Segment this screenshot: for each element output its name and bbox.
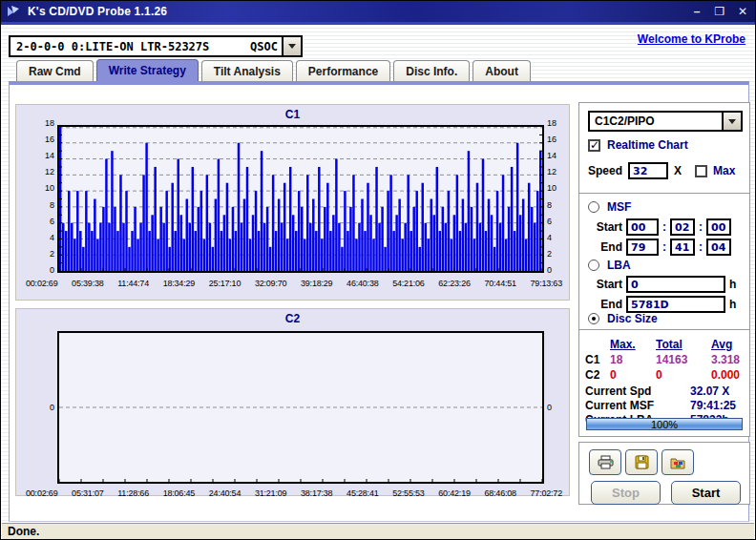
c1-row-label: C1 [585,353,610,366]
c2-total-value: 0 [656,368,711,382]
c1-xaxis-labels: 00:02:6905:39:3811:44:7418:34:2925:17:10… [26,279,562,288]
speed-input[interactable] [628,162,668,179]
y-tick-label: 16 [45,135,54,144]
stop-button[interactable]: Stop [591,481,661,505]
speed-row: Speed X Max [588,162,735,179]
close-button[interactable]: ✕ [736,5,749,18]
x-tick-label: 11:28:66 [117,488,149,498]
x-tick-label: 18:06:45 [163,488,195,498]
x-tick-label: 31:21:09 [255,488,286,498]
current-msf-value: 79:41:25 [677,399,746,412]
y-tick-label: 8 [50,201,54,210]
current-msf-label: Current MSF [585,399,677,412]
stats-header-row: Max. Total Avg [585,338,746,351]
tab-performance[interactable]: Performance [296,60,390,81]
max-speed-checkbox[interactable] [695,165,707,177]
x-tick-label: 38:17:38 [301,488,332,498]
tab-disc-info[interactable]: Disc Info. [393,60,470,81]
y-tick-label: 6 [50,218,54,226]
c2-row-label: C2 [585,368,610,382]
tab-raw-cmd[interactable]: Raw Cmd [16,60,94,81]
current-speed-label: Current Spd [585,384,677,398]
msf-start-row: Start : : [588,218,731,236]
realtime-chart-checkbox[interactable] [588,139,600,152]
y-tick-label: 8 [547,201,552,210]
chevron-down-icon [728,119,736,124]
c1-chart-title: C1 [16,105,569,121]
print-button[interactable] [589,449,621,475]
export-image-button[interactable] [662,449,694,475]
y-tick-label: 14 [547,152,556,160]
msf-radio-row: MSF [588,200,631,214]
x-tick-label: 18:34:29 [163,279,195,288]
y-tick-label: 18 [547,119,556,128]
stats-section: Max. Total Avg C1 18 14163 3.318 C2 0 0 … [579,329,749,435]
x-tick-label: 60:42:19 [438,488,470,498]
app-icon [7,5,21,19]
stats-row-c1: C1 18 14163 3.318 [585,353,746,366]
tab-bar: Raw Cmd Write Strategy Tilt Analysis Per… [16,60,531,81]
c1-avg-value: 3.318 [711,353,746,366]
maximize-button[interactable]: ❒ [713,5,726,18]
mode-select-value: C1C2/PIPO [590,114,655,128]
msf-end-min-input[interactable] [626,239,659,256]
drive-select-value: 2-0-0-0 0:LITE-ON LTR-52327S [10,40,209,53]
realtime-chart-label: Realtime Chart [607,138,688,152]
speed-label: Speed [588,164,622,177]
disc-size-radio[interactable] [588,313,599,324]
y-tick-label: 2 [50,250,54,259]
x-tick-label: 05:31:07 [72,488,103,498]
tab-about[interactable]: About [472,60,531,81]
control-panel: C1C2/PIPO Realtime Chart Speed X Max [578,102,750,437]
y-tick-label: 0 [547,404,552,412]
mode-select-arrow[interactable] [722,113,741,130]
c1-chart-panel: C1 181614121086420 181614121086420 00:02… [15,104,570,301]
c2-yaxis-left: 0 [32,331,54,484]
x-tick-label: 54:21:06 [392,279,424,288]
x-tick-label: 39:18:29 [301,279,332,288]
lba-start-input[interactable] [626,276,725,293]
msf-start-sec-input[interactable] [670,218,695,236]
lba-end-input[interactable] [626,296,725,313]
save-button[interactable] [625,449,658,475]
x-tick-label: 00:02:69 [26,488,57,498]
start-button[interactable]: Start [671,481,741,505]
realtime-chart-checkbox-row: Realtime Chart [588,138,688,152]
tab-write-strategy[interactable]: Write Strategy [96,59,199,81]
msf-end-frame-input[interactable] [706,239,731,256]
msf-start-frame-input[interactable] [706,218,731,236]
msf-end-sec-input[interactable] [670,239,695,256]
minimize-button[interactable]: – [690,5,704,18]
drive-select-arrow[interactable] [282,37,301,55]
x-tick-label: 00:02:69 [26,279,57,288]
welcome-link[interactable]: Welcome to KProbe [638,32,746,46]
mode-select[interactable]: C1C2/PIPO [588,111,743,132]
c2-chart-title: C2 [16,309,569,325]
lba-end-label: End [588,298,622,311]
lba-label: LBA [607,259,631,272]
tab-tilt-analysis[interactable]: Tilt Analysis [201,60,293,81]
lba-end-row: End h [588,296,736,313]
drive-select[interactable]: 2-0-0-0 0:LITE-ON LTR-52327S QSOC [9,35,303,57]
y-tick-label: 0 [50,404,54,412]
msf-start-min-input[interactable] [626,218,659,236]
y-tick-label: 10 [547,184,556,193]
x-tick-label: 70:44:51 [484,279,515,288]
progress-label: 100% [587,419,742,430]
y-tick-label: 16 [547,135,556,144]
y-tick-label: 12 [547,168,556,177]
window-title: K's CD/DVD Probe 1.1.26 [28,5,167,18]
title-bar: K's CD/DVD Probe 1.1.26 – ❒ ✕ [1,1,755,22]
x-tick-label: 79:13:63 [531,279,562,288]
speed-unit-label: X [674,164,682,177]
msf-radio[interactable] [588,201,599,213]
chevron-down-icon [288,44,296,49]
x-tick-label: 24:40:54 [209,488,241,498]
x-tick-label: 68:46:08 [484,488,515,498]
status-text: Done. [8,525,39,538]
msf-label: MSF [607,200,631,214]
y-tick-label: 10 [45,184,54,193]
y-tick-label: 0 [50,266,54,275]
y-tick-label: 6 [547,218,552,226]
lba-radio[interactable] [588,260,599,271]
